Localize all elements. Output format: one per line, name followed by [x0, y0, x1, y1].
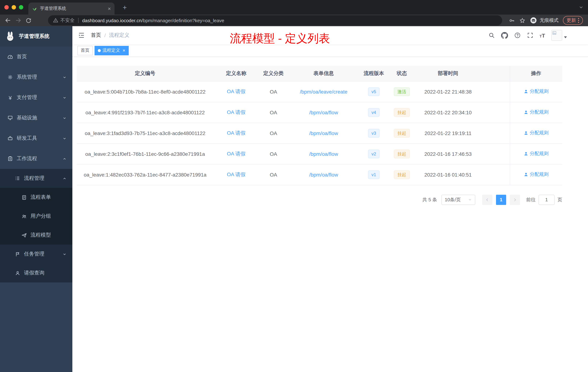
screenshot-annotation: 流程模型 - 定义列表 — [230, 31, 330, 46]
user-icon — [524, 110, 528, 115]
warning-triangle-icon — [53, 18, 58, 23]
category-cell: OA — [259, 143, 288, 164]
new-tab-button[interactable]: + — [120, 3, 129, 12]
chevron-left-icon — [485, 197, 489, 202]
col-deploy-time: 部署时间 — [415, 66, 481, 81]
window-close-button[interactable] — [4, 5, 9, 10]
col-status: 状态 — [388, 66, 415, 81]
tag-home[interactable]: 首页 — [77, 46, 93, 55]
definition-name-link[interactable]: OA 请假 — [227, 130, 246, 136]
fullscreen-icon[interactable] — [527, 32, 533, 39]
sidebar-item-payment[interactable]: ¥ 支付管理 — [0, 87, 72, 108]
col-filler — [481, 66, 510, 81]
browser-tabstrip: 芋道管理系统 × + — [0, 0, 588, 15]
status-badge: 挂起 — [394, 129, 410, 137]
deploy-time-cell: 2022-01-22 19:19:11 — [415, 123, 481, 143]
form-info-link[interactable]: /bpm/oa/leave/create — [300, 89, 347, 94]
version-badge: v4 — [368, 108, 380, 117]
select-caret-icon — [468, 198, 472, 202]
sidebar-item-devtools[interactable]: 研发工具 — [0, 128, 72, 149]
omnibox-divider — [78, 18, 79, 23]
forward-button[interactable] — [13, 15, 23, 25]
chevron-down-icon — [63, 252, 67, 256]
tags-view-bar: 首页 流程定义 × — [72, 44, 588, 57]
sidebar-item-task-mgmt[interactable]: 任务管理 — [0, 245, 72, 263]
site-security-chip[interactable]: 不安全 — [53, 17, 74, 24]
definition-name-link[interactable]: OA 请假 — [227, 109, 246, 115]
definition-name-link[interactable]: OA 请假 — [227, 88, 246, 94]
page-size-select[interactable]: 10条/页 — [441, 195, 475, 205]
security-label: 不安全 — [60, 17, 74, 24]
tag-close-icon[interactable]: × — [123, 48, 125, 53]
url-text: dashboard.yudao.iocoder.cn/bpm/manager/d… — [82, 18, 224, 23]
chevron-right-icon — [513, 197, 517, 202]
help-question-icon[interactable] — [514, 32, 521, 39]
assign-rule-link[interactable]: 分配规则 — [524, 88, 549, 95]
browser-tab[interactable]: 芋道管理系统 × — [28, 2, 115, 15]
update-label: 更新 — [567, 17, 576, 24]
definition-id-cell: oa_leave:3:1fad3d93-7b75-11ec-a3c8-acde4… — [77, 123, 213, 143]
form-info-link[interactable]: /bpm/oa/flow — [309, 151, 338, 157]
goto-page-input[interactable] — [538, 195, 555, 205]
table-row: oa_leave:4:991f2193-7b7f-11ec-a3c8-acde4… — [77, 102, 562, 123]
sidebar-item-process-form[interactable]: 流程表单 — [0, 188, 72, 207]
github-icon[interactable] — [501, 32, 508, 39]
page-number-1[interactable]: 1 — [496, 195, 506, 205]
status-badge: 激活 — [394, 87, 410, 96]
user-avatar-menu[interactable] — [551, 30, 567, 41]
tag-process-definition[interactable]: 流程定义 × — [94, 46, 128, 55]
chevron-down-icon — [63, 75, 67, 79]
col-definition-category: 定义分类 — [259, 66, 288, 81]
form-info-link[interactable]: /bpm/oa/flow — [309, 172, 338, 177]
next-page-button[interactable] — [510, 195, 520, 205]
deploy-time-cell: 2022-01-22 21:48:38 — [415, 81, 481, 102]
sidebar-item-leave-query[interactable]: 请假查询 — [0, 263, 72, 283]
sidebar-item-workflow[interactable]: 工作流程 — [0, 149, 72, 169]
breadcrumb-home[interactable]: 首页 — [91, 32, 101, 39]
window-minimize-button[interactable] — [12, 5, 16, 10]
address-bar[interactable]: 不安全 dashboard.yudao.iocoder.cn/bpm/manag… — [48, 15, 502, 25]
form-info-link[interactable]: /bpm/oa/flow — [309, 109, 338, 115]
reload-button[interactable] — [23, 15, 33, 25]
prev-page-button[interactable] — [482, 195, 492, 205]
toolbar-right-group: 无痕模式 更新 — [506, 16, 585, 25]
sidebar-toggle-hamburger-icon[interactable] — [78, 32, 85, 39]
sidebar-item-user-group[interactable]: 用户分组 — [0, 207, 72, 226]
assign-rule-link[interactable]: 分配规则 — [524, 109, 549, 116]
assign-rule-link[interactable]: 分配规则 — [524, 171, 549, 178]
tab-close-icon[interactable]: × — [108, 6, 111, 11]
incognito-label: 无痕模式 — [540, 17, 558, 24]
status-badge: 挂起 — [394, 149, 410, 158]
definition-name-link[interactable]: OA 请假 — [227, 171, 246, 177]
sidebar-item-process-mgmt[interactable]: 流程管理 — [0, 169, 72, 188]
bookmark-star-icon[interactable] — [519, 17, 525, 23]
deploy-time-cell: 2022-01-16 17:46:53 — [415, 143, 481, 164]
browser-toolbar: 不安全 dashboard.yudao.iocoder.cn/bpm/manag… — [0, 15, 588, 26]
sidebar-item-infra[interactable]: 基础设施 — [0, 108, 72, 128]
pagination-total: 共 5 条 — [422, 196, 437, 203]
sidebar-item-home[interactable]: 首页 — [0, 47, 72, 67]
col-process-version: 流程版本 — [359, 66, 388, 81]
category-cell: OA — [259, 123, 288, 143]
chrome-update-button[interactable]: 更新 — [563, 16, 583, 25]
pagination: 共 5 条 10条/页 1 前往 页 — [77, 195, 562, 205]
sidebar: 芋道管理系统 首页 系统管理 ¥ 支付管理 — [0, 26, 72, 372]
form-info-link[interactable]: /bpm/oa/flow — [309, 130, 338, 136]
search-icon[interactable] — [488, 32, 495, 39]
col-action: 操作 — [510, 66, 562, 81]
assign-rule-link[interactable]: 分配规则 — [524, 130, 549, 136]
tab-search-chevron-icon[interactable] — [578, 5, 584, 10]
gear-icon — [7, 74, 13, 80]
chevron-down-icon — [63, 116, 67, 120]
definition-name-link[interactable]: OA 请假 — [227, 151, 246, 156]
list-icon — [15, 175, 20, 181]
assign-rule-link[interactable]: 分配规则 — [524, 151, 549, 157]
font-size-icon[interactable]: TT — [539, 33, 545, 38]
sidebar-item-process-model[interactable]: 流程模型 — [0, 226, 72, 245]
sidebar-item-system[interactable]: 系统管理 — [0, 67, 72, 87]
url-domain: dashboard.yudao.iocoder.cn — [82, 18, 142, 23]
password-key-icon[interactable] — [509, 17, 515, 23]
back-button[interactable] — [3, 15, 13, 25]
sidebar-logo[interactable]: 芋道管理系统 — [0, 26, 72, 47]
window-zoom-button[interactable] — [19, 5, 23, 10]
